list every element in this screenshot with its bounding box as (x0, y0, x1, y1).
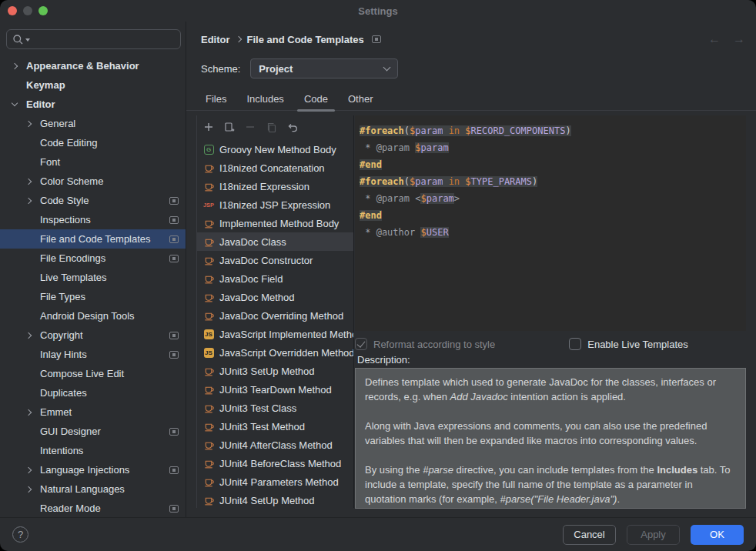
template-item-junit3-setup-method[interactable]: JUnit3 SetUp Method (197, 362, 353, 380)
chevron-right-icon[interactable] (25, 120, 32, 126)
sidebar-item-label: Inlay Hints (40, 349, 87, 360)
tab-code[interactable]: Code (294, 88, 338, 110)
sidebar-item-duplicates[interactable]: Duplicates (0, 383, 186, 402)
template-item-i18nized-concatenation[interactable]: I18nized Concatenation (197, 159, 353, 177)
template-item-junit3-teardown-method[interactable]: JUnit3 TearDown Method (197, 380, 353, 399)
sidebar-item-general[interactable]: General (0, 114, 186, 133)
chevron-right-icon[interactable] (12, 62, 18, 68)
sidebar-item-emmet[interactable]: Emmet (0, 402, 186, 422)
sidebar-item-file-types[interactable]: File Types (0, 287, 186, 306)
reformat-label: Reformat according to style (373, 339, 495, 350)
sidebar-item-file-encodings[interactable]: File Encodings (0, 249, 186, 268)
template-item-junit4-parameters-method[interactable]: JUnit4 Parameters Method (197, 473, 353, 491)
java-class-icon (202, 254, 215, 266)
sidebar-item-label: File and Code Templates (40, 233, 151, 245)
template-editor[interactable]: #foreach($param in $RECORD_COMPONENTS) *… (355, 115, 746, 331)
sidebar-item-label: Inspections (40, 214, 91, 225)
code-line: #end (360, 156, 741, 173)
chevron-right-icon[interactable] (25, 178, 32, 184)
breadcrumb-editor[interactable]: Editor (201, 34, 230, 45)
sidebar-item-language-injections[interactable]: Language Injections (0, 460, 186, 479)
sidebar-item-code-style[interactable]: Code Style (0, 191, 186, 210)
reformat-checkbox[interactable] (355, 338, 367, 350)
zoom-window-button[interactable] (38, 6, 48, 15)
code-line: #foreach($param in $TYPE_PARAMS) (360, 173, 741, 190)
sidebar-item-font[interactable]: Font (0, 152, 186, 172)
template-item-label: JavaScript Implemented Method (219, 329, 353, 340)
sidebar-item-inspections[interactable]: Inspections (0, 210, 186, 229)
chevron-down-icon[interactable] (12, 100, 18, 106)
template-item-javadoc-method[interactable]: JavaDoc Method (197, 288, 353, 306)
chevron-right-icon[interactable] (25, 486, 32, 492)
duplicate-template-button[interactable] (223, 121, 236, 133)
add-template-button[interactable] (202, 121, 215, 133)
sidebar-item-live-templates[interactable]: Live Templates (0, 268, 186, 287)
template-item-junit3-test-method[interactable]: JUnit3 Test Method (197, 417, 353, 436)
forward-button[interactable]: → (733, 32, 745, 46)
sidebar-item-label: Reader Mode (40, 503, 101, 514)
sidebar-item-copyright[interactable]: Copyright (0, 326, 186, 345)
template-item-junit4-beforeclass-method[interactable]: JUnit4 BeforeClass Method (197, 454, 353, 473)
tab-other[interactable]: Other (338, 88, 383, 110)
chevron-right-icon[interactable] (25, 466, 32, 473)
template-item-i18nized-jsp-expression[interactable]: JSPI18nized JSP Expression (197, 195, 353, 214)
apply-button[interactable]: Apply (627, 525, 680, 545)
cancel-button[interactable]: Cancel (563, 525, 616, 545)
chevron-right-icon[interactable] (25, 197, 32, 203)
sidebar-item-keymap[interactable]: Keymap (0, 75, 186, 95)
scheme-dropdown[interactable]: Project (250, 58, 398, 78)
template-item-javadoc-field[interactable]: JavaDoc Field (197, 269, 353, 288)
sidebar-item-natural-languages[interactable]: Natural Languages (0, 479, 186, 499)
template-item-junit4-afterclass-method[interactable]: JUnit4 AfterClass Method (197, 436, 353, 454)
search-input[interactable] (6, 29, 181, 49)
enable-live-templates-checkbox[interactable] (569, 338, 581, 350)
template-item-javascript-overridden-method[interactable]: JSJavaScript Overridden Method (197, 343, 353, 362)
sidebar-item-appearance-behavior[interactable]: Appearance & Behavior (0, 56, 186, 75)
sidebar-item-file-and-code-templates[interactable]: File and Code Templates (0, 229, 186, 249)
sidebar-item-code-editing[interactable]: Code Editing (0, 133, 186, 152)
template-item-implemented-method-body[interactable]: Implemented Method Body (197, 214, 353, 232)
sidebar-item-gui-designer[interactable]: GUI Designer (0, 422, 186, 441)
sidebar-item-compose-live-edit[interactable]: Compose Live Edit (0, 364, 186, 383)
groovy-icon: G (202, 143, 215, 155)
code-line: * @param <$param> (360, 190, 741, 207)
template-item-junit3-test-class[interactable]: JUnit3 Test Class (197, 399, 353, 417)
template-item-label: Implemented Method Body (219, 218, 339, 229)
help-button[interactable]: ? (12, 526, 28, 543)
sidebar-item-android-design-tools[interactable]: Android Design Tools (0, 306, 186, 326)
template-item-label: I18nized Concatenation (219, 162, 325, 174)
description-text: Defines template which used to generate … (355, 368, 746, 509)
template-list: GGroovy New Method BodyI18nized Concaten… (197, 140, 353, 508)
sidebar-item-intentions[interactable]: Intentions (0, 441, 186, 460)
description-paragraph: Along with Java expressions and comments… (365, 419, 736, 448)
tab-includes[interactable]: Includes (236, 88, 293, 110)
java-class-icon (202, 309, 215, 322)
back-button[interactable]: ← (708, 32, 721, 46)
sidebar-item-inlay-hints[interactable]: Inlay Hints (0, 345, 186, 364)
template-item-javadoc-overriding-method[interactable]: JavaDoc Overriding Method (197, 306, 353, 325)
template-item-i18nized-expression[interactable]: I18nized Expression (197, 177, 353, 195)
sidebar-item-color-scheme[interactable]: Color Scheme (0, 172, 186, 191)
template-item-junit4-setup-method[interactable]: JUnit4 SetUp Method (197, 491, 353, 508)
template-item-javascript-implemented-method[interactable]: JSJavaScript Implemented Method (197, 325, 353, 343)
remove-template-button[interactable] (244, 121, 256, 133)
minimize-window-button[interactable] (23, 6, 32, 15)
sidebar-item-editor[interactable]: Editor (0, 95, 186, 114)
copy-template-button[interactable] (265, 121, 277, 133)
template-item-groovy-new-method-body[interactable]: GGroovy New Method Body (197, 140, 353, 159)
template-item-javadoc-class[interactable]: JavaDoc Class (197, 232, 353, 251)
sidebar-item-label: Copyright (40, 329, 83, 341)
screen-icon (169, 332, 179, 339)
tab-files[interactable]: Files (196, 88, 236, 110)
chevron-right-icon[interactable] (25, 332, 32, 338)
java-class-icon (202, 291, 215, 303)
ok-button[interactable]: OK (691, 525, 744, 545)
revert-template-button[interactable] (286, 121, 298, 133)
sidebar-item-label: General (40, 118, 75, 129)
close-window-button[interactable] (8, 6, 17, 15)
chevron-right-icon[interactable] (25, 409, 32, 415)
template-item-javadoc-constructor[interactable]: JavaDoc Constructor (197, 251, 353, 269)
screen-icon (169, 255, 179, 262)
sidebar-item-reader-mode[interactable]: Reader Mode (0, 499, 186, 517)
java-class-icon (202, 365, 215, 377)
